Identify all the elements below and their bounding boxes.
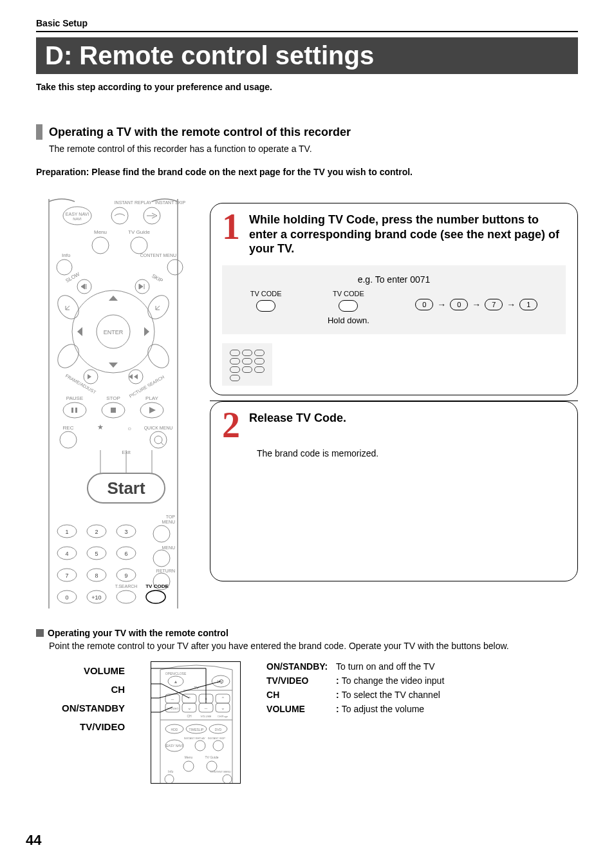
digit-pill: 7 xyxy=(485,299,503,310)
code-sequence: 0 → 0 → 7 → 1 xyxy=(415,290,537,310)
svg-point-5 xyxy=(92,237,109,254)
label-tvguide: TV Guide xyxy=(128,229,150,235)
svg-point-99 xyxy=(195,741,205,751)
svg-text:CH: CH xyxy=(187,714,192,718)
def-text: To change the video input xyxy=(342,675,445,686)
svg-point-16 xyxy=(144,341,173,372)
svg-text:★: ★ xyxy=(97,423,104,431)
svg-text:EASY NAVI: EASY NAVI xyxy=(166,744,183,748)
svg-text:INSTANT SKIP: INSTANT SKIP xyxy=(208,737,225,740)
section-heading: Operating a TV with the remote control o… xyxy=(49,126,351,139)
def-label: CH xyxy=(266,690,336,700)
svg-point-55 xyxy=(116,590,136,603)
operating-your-tv-section: Operating your TV with the remote contro… xyxy=(36,628,578,784)
svg-text:⌄: ⌄ xyxy=(221,705,225,711)
svg-text:4: 4 xyxy=(65,551,68,557)
svg-text:3: 3 xyxy=(124,529,127,535)
step-1-number: 1 xyxy=(222,212,240,241)
svg-text:NAVI: NAVI xyxy=(73,217,82,221)
svg-text:VOLUME: VOLUME xyxy=(201,715,212,718)
svg-point-56 xyxy=(146,590,165,603)
label-instant-skip: INSTANT SKIP xyxy=(155,200,186,205)
svg-point-100 xyxy=(213,741,223,751)
svg-text:Info: Info xyxy=(168,769,174,773)
svg-rect-23 xyxy=(111,408,116,413)
button-start: Start xyxy=(107,478,145,498)
def-row: ON/STANDBY: To turn on and off the TV xyxy=(266,661,444,672)
keypad-mini-icon xyxy=(222,343,272,386)
section-subtext: The remote control of this recorder has … xyxy=(49,144,578,154)
remote-diagram: INSTANT REPLAY INSTANT SKIP EASY NAVI NA… xyxy=(36,196,191,609)
svg-point-58 xyxy=(153,525,170,542)
button-enter: ENTER xyxy=(104,329,124,335)
label-slow: SLOW xyxy=(65,271,81,284)
svg-point-27 xyxy=(60,431,77,448)
arrow-icon: → xyxy=(472,299,481,310)
label-instant-replay: INSTANT REPLAY xyxy=(115,200,153,205)
svg-text:INSTANT REPLAY: INSTANT REPLAY xyxy=(184,737,206,740)
label-info: Info xyxy=(62,252,71,258)
svg-text:OPEN/CLOSE: OPEN/CLOSE xyxy=(165,672,187,675)
svg-text:6: 6 xyxy=(124,551,127,557)
step-1-example: e.g. To enter 0071 TV CODE TV CODE Hold … xyxy=(222,265,566,334)
label-pause: PAUSE xyxy=(66,395,84,401)
callout-tv-video: TV/VIDEO xyxy=(80,721,125,732)
callout-ch: CH xyxy=(111,684,125,695)
section-heading-row: Operating a TV with the remote control o… xyxy=(36,124,578,140)
def-label: TV/VIDEO xyxy=(266,675,336,686)
label-menu2: MENU xyxy=(162,545,175,550)
label-menu: Menu xyxy=(94,229,107,235)
step-1-example-label: e.g. To enter 0071 xyxy=(228,274,559,285)
page-title-bar: D: Remote control settings xyxy=(36,37,578,74)
intro-text: Take this step according to your prefere… xyxy=(36,82,578,92)
svg-text:–: – xyxy=(205,705,208,711)
def-text: To adjust the volume xyxy=(342,704,424,714)
svg-text:TIMESLIP: TIMESLIP xyxy=(189,728,204,731)
svg-text:9: 9 xyxy=(124,572,127,579)
label-quick-menu: QUICK MENU xyxy=(144,426,173,431)
svg-point-6 xyxy=(131,237,147,254)
svg-text:⌃: ⌃ xyxy=(221,696,225,702)
section-block-icon xyxy=(36,124,42,140)
step-2-title: Release TV Code. xyxy=(249,411,346,426)
svg-text:TOP: TOP xyxy=(166,514,176,519)
remote-top-diagram: OPEN/CLOSE ▲ I/⏼ TV – TV/VIDEO ⌃ ⌄ CH xyxy=(151,661,241,784)
svg-point-103 xyxy=(183,761,194,771)
svg-point-15 xyxy=(53,341,83,372)
label-frame-adjust: FRAME/ADJUST xyxy=(65,373,98,395)
button-easy-navi: EASY NAVI xyxy=(66,212,89,216)
svg-text:1: 1 xyxy=(65,529,68,535)
section-label: Basic Setup xyxy=(36,18,88,28)
page-number: 44 xyxy=(26,832,41,849)
def-row: CH : To select the TV channel xyxy=(266,690,444,700)
page-title: D: Remote control settings xyxy=(45,41,569,70)
svg-point-107 xyxy=(165,775,174,784)
steps-column: 1 While holding TV Code, press the numbe… xyxy=(210,203,578,589)
step-1-title: While holding TV Code, press the number … xyxy=(249,212,566,256)
preparation-text: Preparation: Please find the brand code … xyxy=(36,167,578,177)
svg-text:5: 5 xyxy=(95,551,98,557)
step-2-body: The brand code is memorized. xyxy=(257,448,566,458)
op-row: VOLUME CH ON/STANDBY TV/VIDEO OPEN/CLOSE… xyxy=(36,661,578,784)
svg-point-3 xyxy=(111,207,128,224)
svg-text:8: 8 xyxy=(95,572,98,579)
digit-pill: 0 xyxy=(450,299,468,310)
label-tsearch: T.SEARCH xyxy=(115,584,138,589)
digit-pill: 0 xyxy=(415,299,433,310)
def-text: To turn on and off the TV xyxy=(336,661,435,672)
svg-text:DVD: DVD xyxy=(215,728,222,731)
step-2-number: 2 xyxy=(222,411,240,440)
label-rec: REC xyxy=(63,425,74,431)
svg-point-8 xyxy=(167,259,183,275)
tvcode-button-icon xyxy=(256,300,275,312)
main-content: INSTANT REPLAY INSTANT SKIP EASY NAVI NA… xyxy=(36,196,578,609)
def-label: ON/STANDBY: xyxy=(266,661,336,672)
svg-text:CONTENT MENU: CONTENT MENU xyxy=(210,770,231,773)
label-stop: STOP xyxy=(106,395,120,401)
def-label: VOLUME xyxy=(266,704,336,714)
svg-text:○: ○ xyxy=(127,425,131,432)
op-callouts: VOLUME CH ON/STANDBY TV/VIDEO xyxy=(62,661,125,732)
svg-text:2: 2 xyxy=(95,529,98,535)
svg-point-7 xyxy=(57,259,72,275)
svg-text:Menu: Menu xyxy=(185,755,193,759)
